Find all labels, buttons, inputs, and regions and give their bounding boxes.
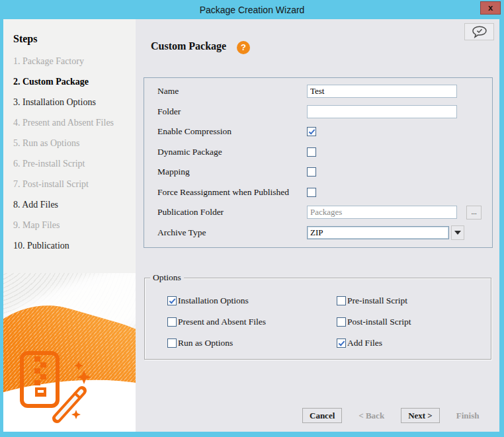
installation-options-label: Installation Options [178,296,249,306]
mapping-checkbox[interactable] [307,167,316,177]
installation-options-checkbox[interactable] [167,296,177,305]
wizard-footer: Cancel < Back Next > Finish [302,408,486,423]
step-custom-package[interactable]: 2. Custom Package [13,71,136,92]
name-input[interactable] [307,85,457,98]
option-present-absent-files: Present and Absent Files [167,317,337,327]
option-pre-install-script: Pre-install Script [337,296,491,305]
feedback-button[interactable] [464,23,494,40]
form-row-archive-type: Archive Type [144,223,492,243]
folder-input[interactable] [307,105,457,118]
chevron-down-icon [454,231,461,238]
run-as-options-checkbox[interactable] [167,338,177,348]
wizard-window: Package Creation Wizard x Steps 1. Packa… [0,0,504,437]
archive-type-label: Archive Type [157,227,307,238]
step-publication[interactable]: 10. Publication [13,235,136,256]
mapping-label: Mapping [157,167,307,177]
step-post-install-script[interactable]: 7. Post-install Script [13,174,136,194]
pre-install-script-checkbox[interactable] [337,296,346,305]
close-button[interactable]: x [480,1,501,15]
present-absent-files-label: Present and Absent Files [178,317,266,327]
add-files-checkbox[interactable] [337,338,346,348]
present-absent-files-checkbox[interactable] [167,317,177,327]
add-files-label: Add Files [347,338,382,348]
option-installation-options: Installation Options [167,296,337,305]
window-title: Package Creation Wizard [200,5,305,15]
archive-type-dropdown-button[interactable] [451,225,464,240]
finish-button: Finish [449,408,487,423]
page-title: Custom Package [151,40,226,52]
run-as-options-label: Run as Options [178,338,233,348]
options-groupbox: Options Installation Options Pre-install… [144,278,491,360]
form-row-folder: Folder [144,102,492,122]
custom-package-panel: Name Folder Enable Compression Dynamic P… [144,77,493,248]
enable-compression-checkbox[interactable] [307,127,316,136]
post-install-script-checkbox[interactable] [337,317,346,327]
dynamic-package-label: Dynamic Package [157,147,307,157]
folder-label: Folder [157,106,307,117]
form-row-name: Name [144,81,492,102]
step-package-factory[interactable]: 1. Package Factory [13,51,136,71]
content-area: Custom Package ? Name Folder Enable Comp… [136,19,499,432]
pre-install-script-label: Pre-install Script [347,296,407,306]
steps-heading: Steps [13,33,136,45]
zip-package-wand-icon [15,350,98,426]
form-row-publication-folder: Publication Folder ... [144,202,492,223]
step-present-absent-files[interactable]: 4. Present and Absent Files [13,112,136,133]
step-pre-install-script[interactable]: 6. Pre-install Script [13,153,136,174]
options-grid: Installation Options Pre-install Script … [145,278,491,348]
title-bar[interactable]: Package Creation Wizard [0,0,504,19]
options-legend: Options [150,272,184,283]
cancel-button[interactable]: Cancel [302,408,342,423]
window-body: Steps 1. Package Factory 2. Custom Packa… [3,19,499,432]
sidebar-artwork [3,273,136,432]
publication-folder-label: Publication Folder [157,207,307,218]
step-map-files[interactable]: 9. Map Files [13,215,136,235]
name-label: Name [157,86,307,97]
post-install-script-label: Post-install Script [347,317,411,327]
dynamic-package-checkbox[interactable] [307,147,316,157]
option-add-files: Add Files [337,338,491,348]
publication-folder-input[interactable] [307,206,457,219]
form-row-enable-compression: Enable Compression [144,122,492,142]
browse-button[interactable]: ... [466,206,482,219]
archive-type-combobox [307,225,464,240]
option-post-install-script: Post-install Script [337,317,491,327]
speech-bubble-check-icon [472,26,487,38]
form-row-force-reassignment: Force Reassignment when Published [144,182,492,203]
next-button[interactable]: Next > [401,408,440,423]
step-installation-options[interactable]: 3. Installation Options [13,92,136,112]
steps-list: 1. Package Factory 2. Custom Package 3. … [13,51,136,256]
enable-compression-label: Enable Compression [157,126,307,137]
option-run-as-options: Run as Options [167,338,337,348]
archive-type-input[interactable] [307,226,449,239]
force-reassignment-label: Force Reassignment when Published [157,187,307,198]
force-reassignment-checkbox[interactable] [307,188,316,197]
steps-sidebar: Steps 1. Package Factory 2. Custom Packa… [3,19,136,432]
form-row-mapping: Mapping [144,162,492,182]
step-add-files[interactable]: 8. Add Files [13,194,136,215]
back-button: < Back [351,408,392,423]
form-row-dynamic-package: Dynamic Package [144,142,492,163]
help-icon[interactable]: ? [237,41,250,54]
step-run-as-options[interactable]: 5. Run as Options [13,133,136,153]
